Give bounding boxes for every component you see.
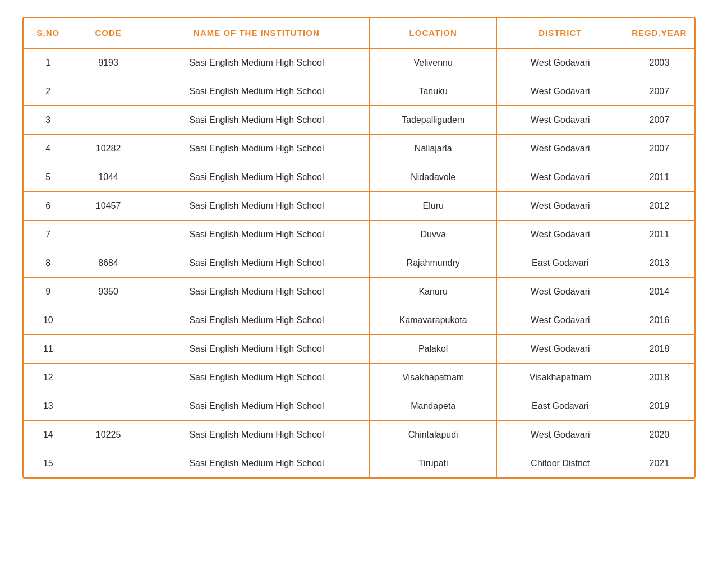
cell-year: 2019	[624, 392, 694, 421]
cell-location: Velivennu	[370, 48, 497, 77]
cell-code: 9350	[73, 278, 144, 306]
table-row: 51044Sasi English Medium High SchoolNida…	[24, 163, 694, 192]
cell-name: Sasi English Medium High School	[144, 335, 370, 364]
cell-sno: 10	[24, 306, 73, 335]
cell-sno: 5	[24, 163, 73, 192]
cell-location: Nidadavole	[370, 163, 497, 192]
cell-location: Mandapeta	[370, 392, 497, 421]
cell-sno: 7	[24, 220, 73, 249]
cell-year: 2016	[624, 306, 694, 335]
table-row: 410282Sasi English Medium High SchoolNal…	[24, 135, 694, 163]
cell-name: Sasi English Medium High School	[144, 220, 370, 249]
cell-district: West Godavari	[496, 135, 624, 163]
cell-code: 9193	[73, 48, 144, 77]
cell-code	[73, 392, 144, 421]
table-row: 3Sasi English Medium High SchoolTadepall…	[24, 106, 694, 135]
institution-table: S.NO CODE NAME OF THE INSTITUTION LOCATI…	[24, 18, 694, 477]
cell-name: Sasi English Medium High School	[144, 135, 370, 163]
cell-sno: 14	[24, 421, 73, 449]
cell-code	[73, 449, 144, 478]
header-location: LOCATION	[370, 18, 497, 48]
cell-code	[73, 364, 144, 392]
cell-district: West Godavari	[496, 220, 624, 249]
table-row: 610457Sasi English Medium High SchoolElu…	[24, 192, 694, 220]
cell-location: Kamavarapukota	[370, 306, 497, 335]
cell-name: Sasi English Medium High School	[144, 421, 370, 449]
header-sno: S.NO	[24, 18, 73, 48]
header-district: DISTRICT	[496, 18, 624, 48]
table-header-row: S.NO CODE NAME OF THE INSTITUTION LOCATI…	[24, 18, 694, 48]
cell-sno: 3	[24, 106, 73, 135]
cell-code: 10457	[73, 192, 144, 220]
cell-district: West Godavari	[496, 48, 624, 77]
table-row: 13Sasi English Medium High SchoolMandape…	[24, 392, 694, 421]
cell-name: Sasi English Medium High School	[144, 306, 370, 335]
cell-sno: 15	[24, 449, 73, 478]
cell-code: 10225	[73, 421, 144, 449]
cell-year: 2012	[624, 192, 694, 220]
cell-name: Sasi English Medium High School	[144, 163, 370, 192]
cell-code	[73, 106, 144, 135]
header-year: REGD.YEAR	[624, 18, 694, 48]
cell-name: Sasi English Medium High School	[144, 364, 370, 392]
cell-name: Sasi English Medium High School	[144, 106, 370, 135]
cell-code	[73, 77, 144, 106]
cell-sno: 8	[24, 249, 73, 278]
cell-sno: 6	[24, 192, 73, 220]
cell-code	[73, 306, 144, 335]
table-row: 10Sasi English Medium High SchoolKamavar…	[24, 306, 694, 335]
cell-location: Kanuru	[370, 278, 497, 306]
cell-code: 1044	[73, 163, 144, 192]
table-row: 11Sasi English Medium High SchoolPalakol…	[24, 335, 694, 364]
cell-name: Sasi English Medium High School	[144, 278, 370, 306]
table-row: 2Sasi English Medium High SchoolTanukuWe…	[24, 77, 694, 106]
cell-sno: 9	[24, 278, 73, 306]
cell-district: West Godavari	[496, 77, 624, 106]
cell-sno: 12	[24, 364, 73, 392]
header-code: CODE	[73, 18, 144, 48]
table-row: 99350Sasi English Medium High SchoolKanu…	[24, 278, 694, 306]
table-row: 19193Sasi English Medium High SchoolVeli…	[24, 48, 694, 77]
cell-code	[73, 335, 144, 364]
cell-year: 2011	[624, 220, 694, 249]
cell-sno: 13	[24, 392, 73, 421]
cell-year: 2020	[624, 421, 694, 449]
cell-location: Palakol	[370, 335, 497, 364]
cell-district: West Godavari	[496, 106, 624, 135]
cell-district: East Godavari	[496, 249, 624, 278]
cell-name: Sasi English Medium High School	[144, 449, 370, 478]
cell-district: Visakhapatnam	[496, 364, 624, 392]
cell-location: Duvva	[370, 220, 497, 249]
cell-year: 2007	[624, 106, 694, 135]
cell-sno: 1	[24, 48, 73, 77]
institution-table-container: S.NO CODE NAME OF THE INSTITUTION LOCATI…	[22, 17, 696, 479]
cell-year: 2018	[624, 364, 694, 392]
cell-year: 2018	[624, 335, 694, 364]
cell-name: Sasi English Medium High School	[144, 48, 370, 77]
cell-name: Sasi English Medium High School	[144, 392, 370, 421]
table-row: 12Sasi English Medium High SchoolVisakha…	[24, 364, 694, 392]
table-row: 15Sasi English Medium High SchoolTirupat…	[24, 449, 694, 478]
table-row: 7Sasi English Medium High SchoolDuvvaWes…	[24, 220, 694, 249]
cell-year: 2003	[624, 48, 694, 77]
cell-district: Chitoor District	[496, 449, 624, 478]
cell-location: Eluru	[370, 192, 497, 220]
cell-sno: 2	[24, 77, 73, 106]
cell-district: West Godavari	[496, 335, 624, 364]
cell-year: 2013	[624, 249, 694, 278]
cell-code	[73, 220, 144, 249]
cell-district: East Godavari	[496, 392, 624, 421]
cell-district: West Godavari	[496, 306, 624, 335]
cell-location: Rajahmundry	[370, 249, 497, 278]
header-name: NAME OF THE INSTITUTION	[144, 18, 370, 48]
cell-district: West Godavari	[496, 192, 624, 220]
cell-location: Nallajarla	[370, 135, 497, 163]
cell-district: West Godavari	[496, 421, 624, 449]
cell-code: 10282	[73, 135, 144, 163]
cell-year: 2014	[624, 278, 694, 306]
cell-year: 2011	[624, 163, 694, 192]
cell-year: 2021	[624, 449, 694, 478]
table-row: 1410225Sasi English Medium High SchoolCh…	[24, 421, 694, 449]
cell-name: Sasi English Medium High School	[144, 77, 370, 106]
cell-location: Chintalapudi	[370, 421, 497, 449]
